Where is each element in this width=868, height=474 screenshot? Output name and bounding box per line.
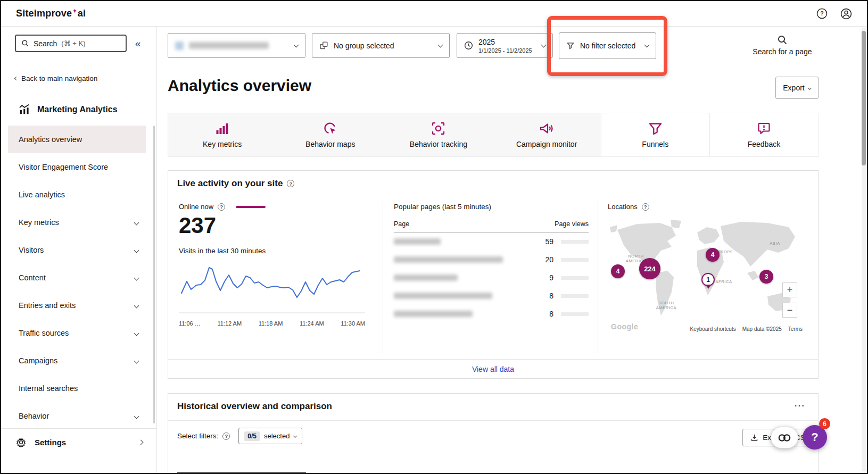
tab-funnels[interactable]: Funnels [601, 113, 709, 156]
page-url-redacted [394, 311, 473, 317]
world-map[interactable]: NORTH AMERICA SOUTH AMERICA ASIA EUROPE … [608, 218, 803, 333]
help-hint-icon[interactable]: ? [287, 180, 294, 187]
sidebar-item-label: Entries and exits [19, 301, 76, 310]
svg-text:?: ? [820, 10, 823, 16]
tick-label: 11:12 AM [217, 320, 242, 327]
search-label: Search [34, 39, 57, 48]
cursor-circle-icon [323, 121, 337, 136]
search-shortcut: (⌘ + K) [61, 39, 85, 47]
map-zoom-in-button[interactable]: + [782, 282, 797, 297]
marker-count: 224 [644, 265, 656, 273]
map-terms-link[interactable]: Terms [788, 326, 803, 332]
help-hint-icon[interactable]: ? [642, 203, 649, 211]
sidebar-item-settings[interactable]: Settings [1, 429, 156, 455]
back-to-main-navigation[interactable]: Back to main navigation [15, 74, 97, 82]
map-marker[interactable]: 224 [639, 258, 660, 279]
filter-funnel-icon [566, 41, 575, 50]
help-hint-icon[interactable]: ? [222, 433, 230, 440]
tab-campaign-monitor[interactable]: Campaign monitor [493, 113, 601, 156]
tab-label: Behavior tracking [410, 140, 467, 148]
more-options-icon[interactable]: ⋯ [794, 399, 805, 412]
chevron-down-icon [644, 43, 650, 48]
cobrowse-button[interactable] [771, 427, 798, 448]
marker-count: 3 [765, 273, 768, 280]
tab-label: Behavior maps [305, 140, 355, 148]
account-icon[interactable] [840, 8, 852, 20]
filters-count-dropdown[interactable]: 0/5 selected [238, 428, 302, 444]
sidebar-scrollbar[interactable] [153, 126, 155, 423]
tab-feedback[interactable]: Feedback [709, 113, 818, 156]
search-for-a-page-button[interactable]: Search for a page [745, 35, 820, 56]
chevron-down-icon [438, 42, 443, 47]
tab-key-metrics[interactable]: Key metrics [168, 113, 276, 156]
tab-label: Key metrics [203, 140, 242, 148]
sidebar-item-content[interactable]: Content [8, 264, 146, 292]
locations-label: Locations [608, 203, 638, 211]
back-label: Back to main navigation [21, 74, 97, 82]
chevron-down-icon [134, 275, 139, 280]
sidebar-item-internal-searches[interactable]: Internal searches [8, 375, 146, 402]
chevron-left-icon [14, 77, 18, 80]
sidebar-item-behavior[interactable]: Behavior [8, 402, 146, 430]
chevron-down-icon [541, 42, 547, 47]
collapse-sidebar-icon[interactable]: « [135, 38, 141, 48]
sidebar-item-entries-and-exits[interactable]: Entries and exits [8, 292, 146, 319]
tab-behavior-maps[interactable]: Behavior maps [276, 113, 384, 156]
sidebar-item-live-analytics[interactable]: Live analytics [8, 181, 146, 209]
help-hint-icon[interactable]: ? [218, 203, 225, 211]
sidebar-item-label: Internal searches [19, 384, 78, 393]
clock-icon [464, 41, 473, 50]
popular-page-row[interactable]: 8 [394, 287, 589, 305]
tab-label: Campaign monitor [516, 140, 577, 148]
export-label: Export [783, 84, 804, 92]
tab-behavior-tracking[interactable]: Behavior tracking [384, 113, 492, 156]
help-icon[interactable]: ? [816, 8, 828, 20]
marketing-analytics-header: Marketing Analytics [19, 104, 118, 115]
sidebar-item-key-metrics[interactable]: Key metrics [8, 209, 146, 236]
sidebar-item-visitor-engagement-score[interactable]: Visitor Engagement Score [8, 153, 146, 181]
tab-label: Funnels [642, 140, 668, 148]
sidebar-item-label: Visitor Engagement Score [19, 163, 108, 171]
map-marker[interactable]: 4 [611, 264, 625, 278]
visits-label: Visits in the last 30 minutes [179, 247, 376, 255]
popular-page-row[interactable]: 8 [394, 305, 589, 323]
sidebar-item-visitors[interactable]: Visitors [8, 236, 146, 264]
map-zoom-out-button[interactable]: − [782, 303, 797, 318]
divider [598, 201, 598, 353]
marker-tail [706, 285, 711, 289]
tick-label: 11:06 … [179, 320, 201, 327]
popular-page-row[interactable]: 59 [394, 232, 589, 251]
export-button[interactable]: Export [775, 77, 819, 99]
page-views-bar [561, 294, 589, 298]
divider [1, 428, 156, 429]
map-label-africa: AFRICA [712, 279, 735, 284]
map-marker[interactable]: 1 [701, 273, 715, 286]
date-range-dropdown[interactable]: 2025 1/1/2025 - 11/2/2025 [457, 33, 553, 58]
page-views-value: 9 [535, 273, 553, 282]
page-url-redacted [394, 293, 492, 299]
sidebar-item-campaigns[interactable]: Campaigns [8, 347, 146, 375]
topbar: Siteimprove ✦ ai ? [1, 1, 867, 27]
map-marker[interactable]: 4 [706, 248, 720, 262]
page-views-value: 20 [535, 255, 553, 264]
scrollbar-thumb[interactable] [862, 31, 866, 165]
popular-page-row[interactable]: 20 [394, 251, 589, 269]
popular-page-row[interactable]: 9 [394, 269, 589, 287]
chevron-down-icon [134, 220, 139, 225]
filter-selector-dropdown[interactable]: No filter selected [559, 32, 656, 59]
view-all-data-link[interactable]: View all data [168, 365, 818, 373]
settings-label: Settings [35, 438, 66, 447]
gear-icon [16, 437, 26, 447]
target-scan-icon [431, 121, 445, 136]
sidebar-search-input[interactable]: Search (⌘ + K) [15, 35, 127, 52]
tick-label: 11:18 AM [259, 320, 283, 327]
chevron-down-icon [808, 86, 812, 89]
period-year: 2025 [478, 38, 495, 46]
group-selector-dropdown[interactable]: No group selected [312, 33, 450, 58]
table-top-border [177, 473, 809, 473]
sidebar-item-traffic-sources[interactable]: Traffic sources [8, 319, 146, 347]
site-selector-dropdown[interactable] [168, 33, 305, 58]
keyboard-shortcuts-link[interactable]: Keyboard shortcuts [690, 326, 736, 332]
sidebar-item-analytics-overview[interactable]: Analytics overview [8, 126, 146, 153]
map-marker[interactable]: 3 [759, 270, 773, 284]
